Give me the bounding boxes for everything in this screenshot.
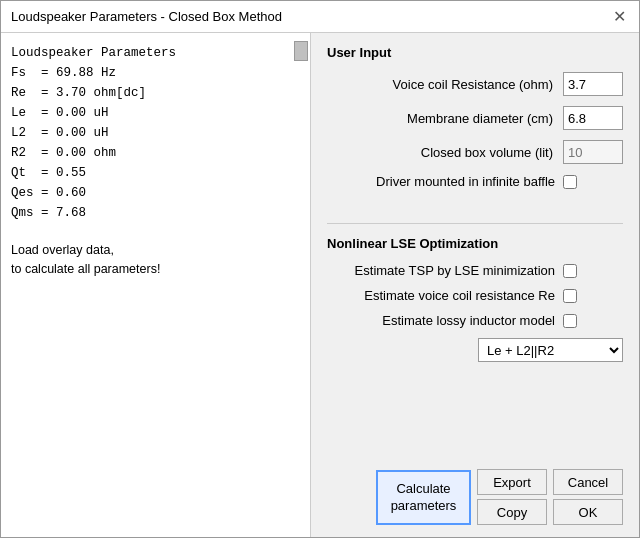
dropdown-row: Le + L2||R2 Le Le + R2 Le + L2 [327,338,623,362]
scrollbar-thumb[interactable] [294,41,308,61]
driver-label: Driver mounted in infinite baffle [327,174,563,189]
note-line1: Load overlay data, [11,243,114,257]
right-panel: User Input Voice coil Resistance (ohm) M… [311,33,639,537]
estimate-voice-checkbox[interactable] [563,289,577,303]
closed-box-row: Closed box volume (lit) [327,140,623,164]
user-input-title: User Input [327,45,623,60]
user-input-section: User Input Voice coil Resistance (ohm) M… [327,45,623,199]
driver-row: Driver mounted in infinite baffle [327,174,623,189]
estimate-voice-label: Estimate voice coil resistance Re [327,288,563,303]
estimate-voice-row: Estimate voice coil resistance Re [327,288,623,303]
inductor-model-select[interactable]: Le + L2||R2 Le Le + R2 Le + L2 [478,338,623,362]
parameters-text: Loudspeaker Parameters Fs = 69.88 Hz Re … [11,43,300,223]
export-button[interactable]: Export [477,469,547,495]
window-title: Loudspeaker Parameters - Closed Box Meth… [11,9,282,24]
ok-button[interactable]: OK [553,499,623,525]
closed-box-input[interactable] [563,140,623,164]
estimate-tsp-checkbox[interactable] [563,264,577,278]
content-area: Loudspeaker Parameters Fs = 69.88 Hz Re … [1,33,639,537]
title-bar: Loudspeaker Parameters - Closed Box Meth… [1,1,639,33]
estimate-tsp-label: Estimate TSP by LSE minimization [327,263,563,278]
nonlinear-section: Nonlinear LSE Optimization Estimate TSP … [327,236,623,362]
load-note: Load overlay data, to calculate all para… [11,241,300,279]
button-area: Calculateparameters Export Cancel Copy O… [327,459,623,525]
membrane-input[interactable] [563,106,623,130]
cancel-button[interactable]: Cancel [553,469,623,495]
driver-checkbox[interactable] [563,175,577,189]
section-divider [327,223,623,224]
calculate-button[interactable]: Calculateparameters [376,470,471,525]
note-line2: to calculate all parameters! [11,262,160,276]
estimate-lossy-label: Estimate lossy inductor model [327,313,563,328]
estimate-tsp-row: Estimate TSP by LSE minimization [327,263,623,278]
main-window: Loudspeaker Parameters - Closed Box Meth… [0,0,640,538]
membrane-row: Membrane diameter (cm) [327,106,623,130]
close-button[interactable]: ✕ [609,7,629,27]
closed-box-label: Closed box volume (lit) [327,145,563,160]
calculate-label: Calculateparameters [391,481,457,513]
membrane-label: Membrane diameter (cm) [327,111,563,126]
left-panel: Loudspeaker Parameters Fs = 69.88 Hz Re … [1,33,311,537]
close-icon: ✕ [613,7,626,26]
bottom-buttons-row: Copy OK [477,499,623,525]
voice-coil-label: Voice coil Resistance (ohm) [327,77,563,92]
top-buttons-row: Export Cancel [477,469,623,495]
voice-coil-row: Voice coil Resistance (ohm) [327,72,623,96]
estimate-lossy-checkbox[interactable] [563,314,577,328]
copy-button[interactable]: Copy [477,499,547,525]
estimate-lossy-row: Estimate lossy inductor model [327,313,623,328]
right-buttons: Export Cancel Copy OK [477,469,623,525]
nonlinear-title: Nonlinear LSE Optimization [327,236,623,251]
voice-coil-input[interactable] [563,72,623,96]
